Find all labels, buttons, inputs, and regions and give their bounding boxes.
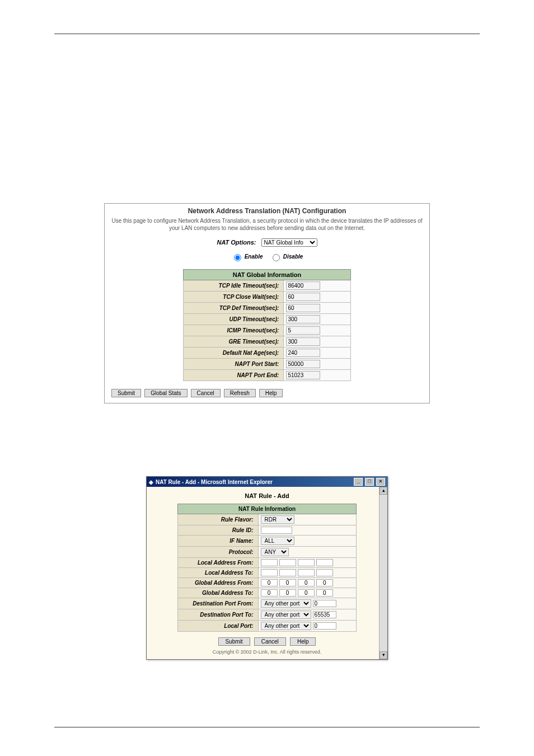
submit-button[interactable]: Submit	[111, 389, 141, 397]
enable-disable-row: Enable Disable	[110, 252, 424, 261]
dest-port-to-select[interactable]: Any other port	[261, 611, 311, 619]
global-row-input[interactable]	[286, 315, 320, 323]
local-addr-from-1[interactable]	[261, 559, 278, 566]
rule-help-button[interactable]: Help	[290, 637, 316, 646]
refresh-button[interactable]: Refresh	[224, 389, 256, 397]
nat-options-row: NAT Options: NAT Global Info	[110, 238, 424, 247]
enable-radio[interactable]	[234, 254, 241, 261]
scroll-down-icon[interactable]: ▾	[380, 651, 387, 659]
local-addr-from-2[interactable]	[279, 559, 296, 566]
scroll-up-icon[interactable]: ▴	[380, 487, 387, 495]
table-row: GRE Timeout(sec):	[184, 336, 351, 348]
global-row-input[interactable]	[286, 349, 320, 357]
global-row-input[interactable]	[286, 360, 320, 368]
if-name-select[interactable]: ALL	[261, 537, 294, 545]
window-title-bar: NAT Rule - Add - Microsoft Internet Expl…	[147, 477, 387, 487]
local-addr-from-3[interactable]	[298, 559, 315, 566]
global-row-value-cell	[284, 280, 351, 292]
nat-rule-info-table: NAT Rule Information Rule Flavor: RDR Ru…	[177, 504, 357, 632]
rule-page-title: NAT Rule - Add	[152, 492, 382, 499]
local-addr-to-3[interactable]	[298, 569, 315, 576]
local-addr-to-1[interactable]	[261, 569, 278, 576]
table-row: TCP Close Wait(sec):	[184, 292, 351, 303]
local-addr-from-4[interactable]	[316, 559, 333, 566]
global-addr-from-2[interactable]	[279, 579, 296, 586]
dest-port-from-select[interactable]: Any other port	[261, 599, 311, 608]
nat-options-label: NAT Options:	[217, 239, 256, 246]
minimize-icon[interactable]: _	[354, 478, 363, 486]
copyright-text: Copyright © 2002 D-Link, Inc. All rights…	[152, 649, 382, 655]
rule-id-label: Rule ID:	[178, 525, 259, 536]
local-addr-to-2[interactable]	[279, 569, 296, 576]
rule-id-input[interactable]	[261, 527, 292, 534]
global-addr-to-4[interactable]	[316, 589, 333, 597]
local-addr-to-label: Local Address To:	[178, 568, 259, 578]
rule-flavor-label: Rule Flavor:	[178, 514, 259, 525]
dest-port-to-input[interactable]	[313, 611, 336, 618]
help-button[interactable]: Help	[259, 389, 283, 397]
nat-rule-add-window: NAT Rule - Add - Microsoft Internet Expl…	[146, 476, 388, 660]
global-addr-from-1[interactable]	[261, 579, 278, 586]
dest-port-to-label: Destination Port To:	[178, 609, 259, 621]
maximize-icon[interactable]: □	[365, 478, 374, 486]
global-row-label: TCP Idle Timeout(sec):	[184, 280, 284, 292]
global-row-value-cell	[284, 348, 351, 359]
global-row-value-cell	[284, 370, 351, 381]
table-row: Default Nat Age(sec):	[184, 348, 351, 359]
global-row-input[interactable]	[286, 281, 320, 290]
global-row-input[interactable]	[286, 371, 320, 379]
dest-port-from-label: Destination Port From:	[178, 598, 259, 609]
table-row: UDP Timeout(sec):	[184, 314, 351, 325]
global-info-header: NAT Global Information	[184, 270, 351, 280]
local-port-input[interactable]	[313, 622, 336, 630]
global-row-input[interactable]	[286, 337, 320, 346]
rule-submit-button[interactable]: Submit	[218, 637, 250, 646]
close-icon[interactable]: ×	[376, 478, 385, 486]
global-row-label: GRE Timeout(sec):	[184, 336, 284, 348]
table-row: NAPT Port End:	[184, 370, 351, 381]
global-addr-from-3[interactable]	[298, 579, 315, 586]
global-addr-to-1[interactable]	[261, 589, 278, 597]
global-row-value-cell	[284, 314, 351, 325]
global-addr-to-3[interactable]	[298, 589, 315, 597]
rule-flavor-select[interactable]: RDR	[261, 515, 294, 524]
dest-port-from-input[interactable]	[313, 600, 336, 607]
panel-title: Network Address Translation (NAT) Config…	[110, 207, 424, 215]
nat-global-info-table: NAT Global Information TCP Idle Timeout(…	[183, 269, 351, 381]
global-stats-button[interactable]: Global Stats	[144, 389, 187, 397]
global-addr-to-label: Global Address To:	[178, 588, 259, 598]
global-row-label: NAPT Port Start:	[184, 359, 284, 370]
global-row-input[interactable]	[286, 293, 320, 301]
local-addr-from-label: Local Address From:	[178, 558, 259, 568]
protocol-label: Protocol:	[178, 547, 259, 558]
page-top-rule	[54, 34, 480, 34]
global-row-label: NAPT Port End:	[184, 370, 284, 381]
global-row-value-cell	[284, 359, 351, 370]
global-row-label: TCP Close Wait(sec):	[184, 292, 284, 303]
disable-radio[interactable]	[273, 254, 280, 261]
global-addr-from-4[interactable]	[316, 579, 333, 586]
rule-button-row: Submit Cancel Help	[152, 637, 382, 646]
table-row: ICMP Timeout(sec):	[184, 325, 351, 336]
protocol-select[interactable]: ANY	[261, 548, 289, 556]
window-body: ▴ ▾ NAT Rule - Add NAT Rule Information …	[147, 487, 387, 659]
cancel-button[interactable]: Cancel	[191, 389, 221, 397]
global-addr-to-2[interactable]	[279, 589, 296, 597]
page-bottom-rule	[54, 727, 480, 727]
scrollbar[interactable]: ▴ ▾	[379, 487, 387, 659]
rule-table-header: NAT Rule Information	[178, 504, 357, 514]
local-port-select[interactable]: Any other port	[261, 622, 311, 630]
global-row-input[interactable]	[286, 304, 320, 312]
global-row-value-cell	[284, 292, 351, 303]
enable-label: Enable	[245, 253, 263, 260]
global-row-label: UDP Timeout(sec):	[184, 314, 284, 325]
global-addr-from-label: Global Address From:	[178, 578, 259, 588]
rule-cancel-button[interactable]: Cancel	[254, 637, 286, 646]
global-row-input[interactable]	[286, 326, 320, 335]
nat-config-panel: Network Address Translation (NAT) Config…	[104, 203, 430, 403]
global-row-label: TCP Def Timeout(sec):	[184, 303, 284, 314]
nat-options-select[interactable]: NAT Global Info	[261, 238, 317, 247]
local-addr-to-4[interactable]	[316, 569, 333, 576]
global-row-value-cell	[284, 336, 351, 348]
global-row-label: Default Nat Age(sec):	[184, 348, 284, 359]
